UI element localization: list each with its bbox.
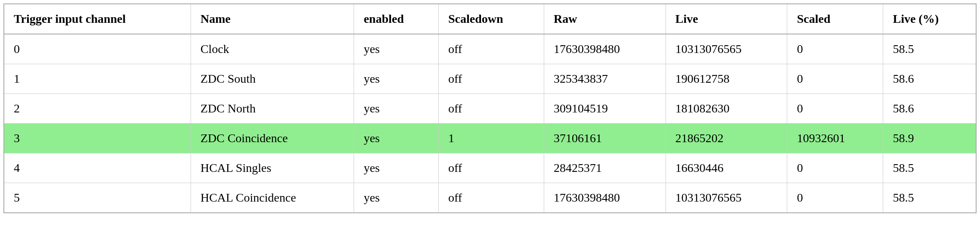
cell-channel: 3 [4, 124, 191, 153]
col-header-raw: Raw [544, 4, 666, 34]
col-header-scaled: Scaled [787, 4, 883, 34]
cell-live-pct: 58.6 [883, 64, 976, 94]
cell-scaledown: off [438, 153, 544, 183]
trigger-table: Trigger input channel Name enabled Scale… [3, 3, 977, 213]
cell-live: 190612758 [666, 64, 787, 94]
cell-channel: 1 [4, 64, 191, 94]
table-row: 5HCAL Coincidenceyesoff17630398480103130… [4, 183, 976, 213]
table-row: 0Clockyesoff1763039848010313076565058.5 [4, 34, 976, 64]
cell-raw: 17630398480 [544, 34, 666, 64]
cell-live-pct: 58.5 [883, 153, 976, 183]
table-row: 4HCAL Singlesyesoff2842537116630446058.5 [4, 153, 976, 183]
cell-raw: 37106161 [544, 124, 666, 153]
cell-name: Clock [191, 34, 354, 64]
table-row: 1ZDC Southyesoff325343837190612758058.6 [4, 64, 976, 94]
cell-channel: 2 [4, 94, 191, 124]
cell-live-pct: 58.9 [883, 124, 976, 153]
col-header-enabled: enabled [354, 4, 439, 34]
col-header-name: Name [191, 4, 354, 34]
cell-live-pct: 58.6 [883, 94, 976, 124]
cell-raw: 28425371 [544, 153, 666, 183]
cell-live-pct: 58.5 [883, 34, 976, 64]
cell-live: 16630446 [666, 153, 787, 183]
table-row: 2ZDC Northyesoff309104519181082630058.6 [4, 94, 976, 124]
cell-live: 181082630 [666, 94, 787, 124]
cell-scaled: 0 [787, 153, 883, 183]
header-row: Trigger input channel Name enabled Scale… [4, 4, 976, 34]
cell-name: ZDC South [191, 64, 354, 94]
cell-scaledown: off [438, 34, 544, 64]
cell-channel: 0 [4, 34, 191, 64]
cell-name: ZDC Coincidence [191, 124, 354, 153]
col-header-live: Live [666, 4, 787, 34]
table-container: Trigger input channel Name enabled Scale… [0, 0, 980, 249]
cell-name: ZDC North [191, 94, 354, 124]
cell-live-pct: 58.5 [883, 183, 976, 213]
cell-scaled: 0 [787, 94, 883, 124]
cell-name: HCAL Singles [191, 153, 354, 183]
cell-channel: 5 [4, 183, 191, 213]
cell-raw: 309104519 [544, 94, 666, 124]
col-header-scaledown: Scaledown [438, 4, 544, 34]
col-header-channel: Trigger input channel [4, 4, 191, 34]
cell-enabled: yes [354, 64, 439, 94]
cell-scaled: 0 [787, 183, 883, 213]
cell-scaled: 0 [787, 34, 883, 64]
cell-raw: 17630398480 [544, 183, 666, 213]
cell-live: 10313076565 [666, 183, 787, 213]
cell-scaled: 10932601 [787, 124, 883, 153]
cell-name: HCAL Coincidence [191, 183, 354, 213]
cell-scaledown: 1 [438, 124, 544, 153]
cell-channel: 4 [4, 153, 191, 183]
cell-live: 10313076565 [666, 34, 787, 64]
cell-scaled: 0 [787, 64, 883, 94]
cell-live: 21865202 [666, 124, 787, 153]
cell-raw: 325343837 [544, 64, 666, 94]
cell-scaledown: off [438, 183, 544, 213]
cell-enabled: yes [354, 34, 439, 64]
cell-enabled: yes [354, 183, 439, 213]
table-row: 3ZDC Coincidenceyes137106161218652021093… [4, 124, 976, 153]
cell-scaledown: off [438, 64, 544, 94]
cell-enabled: yes [354, 153, 439, 183]
cell-enabled: yes [354, 94, 439, 124]
col-header-live-pct: Live (%) [883, 4, 976, 34]
cell-enabled: yes [354, 124, 439, 153]
cell-scaledown: off [438, 94, 544, 124]
